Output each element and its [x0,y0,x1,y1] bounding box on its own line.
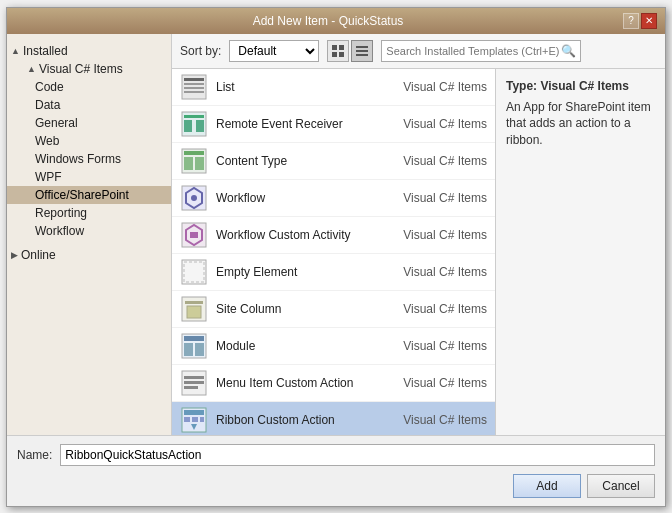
item-name: Workflow Custom Activity [216,228,395,242]
view-buttons [327,40,373,62]
item-row[interactable]: Module Visual C# Items [172,328,495,365]
item-row[interactable]: List Visual C# Items [172,69,495,106]
sidebar-item-online[interactable]: ▶ Online [7,246,171,264]
item-name: Empty Element [216,265,395,279]
item-category: Visual C# Items [403,339,487,353]
svg-rect-29 [185,301,203,304]
svg-point-22 [191,195,197,201]
workflow-custom-icon [180,221,208,249]
type-description: An App for SharePoint item that adds an … [506,99,655,149]
item-row[interactable]: Site Column Visual C# Items [172,291,495,328]
svg-rect-19 [195,157,204,170]
item-name: Site Column [216,302,395,316]
item-name: Remote Event Receiver [216,117,395,131]
item-row[interactable]: Remote Event Receiver Visual C# Items [172,106,495,143]
item-row[interactable]: Content Type Visual C# Items [172,143,495,180]
svg-rect-17 [184,151,204,155]
svg-rect-38 [184,386,198,389]
item-list: List Visual C# Items Remote Event Receiv… [172,69,495,435]
sidebar-item-web[interactable]: Web [7,132,171,150]
dialog-title: Add New Item - QuickStatus [33,14,623,28]
menu-item-icon [180,369,208,397]
item-name: Content Type [216,154,395,168]
svg-rect-1 [339,45,344,50]
svg-rect-2 [332,52,337,57]
empty-element-icon [180,258,208,286]
sort-select[interactable]: Default Name Type Date [229,40,319,62]
type-label-row: Type: Visual C# Items [506,79,655,93]
right-panel: Type: Visual C# Items An App for SharePo… [495,69,665,435]
item-name: List [216,80,395,94]
sidebar-item-workflow[interactable]: Workflow [7,222,171,240]
svg-rect-34 [195,343,204,356]
svg-rect-26 [182,260,206,284]
workflow-icon [180,184,208,212]
item-category: Visual C# Items [403,228,487,242]
help-button[interactable]: ? [623,13,639,29]
bottom-area: Name: Add Cancel [7,435,665,506]
sidebar-item-visual-cs[interactable]: ▲ Visual C# Items [7,60,171,78]
sidebar-item-windows-forms[interactable]: Windows Forms [7,150,171,168]
item-row[interactable]: Empty Element Visual C# Items [172,254,495,291]
svg-rect-6 [356,54,368,56]
content-type-icon [180,147,208,175]
site-column-icon [180,295,208,323]
svg-rect-32 [184,336,204,341]
svg-rect-43 [200,417,204,422]
cancel-button[interactable]: Cancel [587,474,655,498]
item-row[interactable]: Workflow Visual C# Items [172,180,495,217]
svg-rect-33 [184,343,193,356]
item-name: Ribbon Custom Action [216,413,395,427]
item-category: Visual C# Items [403,80,487,94]
item-row[interactable]: Workflow Custom Activity Visual C# Items [172,217,495,254]
svg-rect-3 [339,52,344,57]
svg-marker-25 [190,232,198,238]
item-row-ribbon[interactable]: Ribbon Custom Action Visual C# Items [172,402,495,435]
arrow-icon: ▲ [11,46,20,56]
remote-event-icon [180,110,208,138]
name-label: Name: [17,448,52,462]
sidebar-item-reporting[interactable]: Reporting [7,204,171,222]
list-icon [180,73,208,101]
grid-view-button[interactable] [327,40,349,62]
arrow-icon-online: ▶ [11,250,18,260]
svg-rect-30 [187,306,201,318]
svg-rect-14 [184,120,192,132]
sidebar-item-general[interactable]: General [7,114,171,132]
sidebar-item-data[interactable]: Data [7,96,171,114]
svg-rect-9 [184,83,204,85]
svg-rect-37 [184,381,204,384]
item-category: Visual C# Items [403,265,487,279]
close-button[interactable]: ✕ [641,13,657,29]
add-new-item-dialog: Add New Item - QuickStatus ? ✕ ▲ Install… [6,7,666,507]
toolbar: Sort by: Default Name Type Date [172,34,665,69]
add-button[interactable]: Add [513,474,581,498]
search-box: 🔍 [381,40,581,62]
content-row: List Visual C# Items Remote Event Receiv… [172,69,665,435]
search-input[interactable] [386,45,561,57]
name-input[interactable] [60,444,655,466]
search-icon[interactable]: 🔍 [561,44,576,58]
sidebar-item-code[interactable]: Code [7,78,171,96]
svg-rect-18 [184,157,193,170]
svg-rect-10 [184,87,204,89]
title-bar: Add New Item - QuickStatus ? ✕ [7,8,665,34]
dialog-body: ▲ Installed ▲ Visual C# Items Code Data … [7,34,665,435]
item-name: Menu Item Custom Action [216,376,395,390]
sidebar-item-wpf[interactable]: WPF [7,168,171,186]
svg-rect-42 [192,417,198,422]
svg-rect-15 [196,120,204,132]
list-view-button[interactable] [351,40,373,62]
svg-rect-4 [356,46,368,48]
svg-rect-13 [184,115,204,118]
svg-rect-36 [184,376,204,379]
svg-rect-0 [332,45,337,50]
svg-rect-11 [184,91,204,93]
item-category: Visual C# Items [403,376,487,390]
svg-rect-40 [184,410,204,415]
item-row[interactable]: Menu Item Custom Action Visual C# Items [172,365,495,402]
svg-rect-41 [184,417,190,422]
svg-rect-8 [184,78,204,81]
sidebar-item-office-sharepoint[interactable]: Office/SharePoint [7,186,171,204]
sidebar-item-installed[interactable]: ▲ Installed [7,42,171,60]
